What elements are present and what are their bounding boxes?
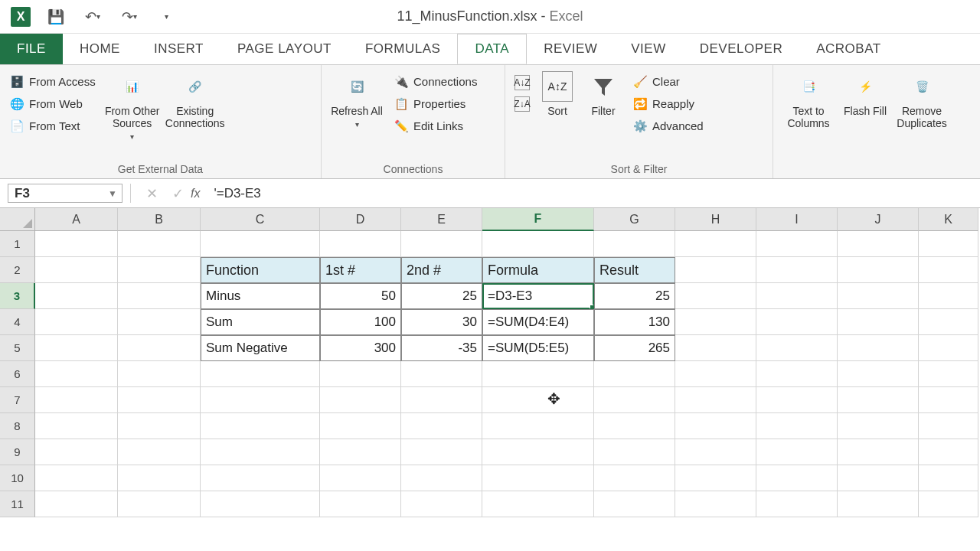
cell-C10[interactable] xyxy=(201,465,320,491)
cell-E8[interactable] xyxy=(401,413,482,439)
tab-developer[interactable]: DEVELOPER xyxy=(683,34,799,64)
cell-E4[interactable]: 30 xyxy=(401,309,482,335)
row-header-6[interactable]: 6 xyxy=(0,361,35,387)
col-header-K[interactable]: K xyxy=(919,208,978,231)
cell-G7[interactable] xyxy=(594,387,675,413)
cell-K7[interactable] xyxy=(919,387,978,413)
cell-D5[interactable]: 300 xyxy=(320,335,401,361)
cell-E5[interactable]: -35 xyxy=(401,335,482,361)
cell-I4[interactable] xyxy=(756,309,838,335)
cell-H10[interactable] xyxy=(675,465,756,491)
cell-K1[interactable] xyxy=(919,231,978,257)
cell-A4[interactable] xyxy=(35,309,118,335)
cell-I6[interactable] xyxy=(756,361,838,387)
col-header-F[interactable]: F xyxy=(482,208,594,231)
cell-G6[interactable] xyxy=(594,361,675,387)
cell-F3[interactable]: =D3-E3 xyxy=(482,283,594,309)
cell-D8[interactable] xyxy=(320,413,401,439)
row-header-2[interactable]: 2 xyxy=(0,257,35,283)
cell-J5[interactable] xyxy=(838,335,919,361)
from-other-sources-button[interactable]: 📊From Other Sources▾ xyxy=(103,68,162,145)
cell-D9[interactable] xyxy=(320,439,401,465)
cell-H11[interactable] xyxy=(675,491,756,517)
cell-J1[interactable] xyxy=(838,231,919,257)
cell-C7[interactable] xyxy=(201,387,320,413)
cancel-formula-button[interactable]: ✕ xyxy=(139,179,165,207)
cell-C3[interactable]: Minus xyxy=(201,283,320,309)
cell-E3[interactable]: 25 xyxy=(401,283,482,309)
col-header-A[interactable]: A xyxy=(35,208,118,231)
row-header-5[interactable]: 5 xyxy=(0,335,35,361)
tab-data[interactable]: DATA xyxy=(457,34,527,64)
cell-I8[interactable] xyxy=(756,413,838,439)
cell-C11[interactable] xyxy=(201,491,320,517)
cell-I11[interactable] xyxy=(756,491,838,517)
cell-B5[interactable] xyxy=(118,335,201,361)
cell-K2[interactable] xyxy=(919,257,978,283)
cell-G11[interactable] xyxy=(594,491,675,517)
cell-A10[interactable] xyxy=(35,465,118,491)
col-header-C[interactable]: C xyxy=(201,208,320,231)
refresh-all-button[interactable]: 🔄Refresh All▾ xyxy=(328,68,386,132)
cell-A3[interactable] xyxy=(35,283,118,309)
tab-home[interactable]: HOME xyxy=(63,34,137,64)
cell-J4[interactable] xyxy=(838,309,919,335)
cell-A1[interactable] xyxy=(35,231,118,257)
cell-A5[interactable] xyxy=(35,335,118,361)
from-access-button[interactable]: 🗄️From Access xyxy=(6,71,99,92)
cell-G5[interactable]: 265 xyxy=(594,335,675,361)
cell-E2[interactable]: 2nd # xyxy=(401,257,482,283)
enter-formula-button[interactable]: ✓ xyxy=(165,179,191,207)
cell-I5[interactable] xyxy=(756,335,838,361)
cell-K5[interactable] xyxy=(919,335,978,361)
cell-D6[interactable] xyxy=(320,361,401,387)
cell-K11[interactable] xyxy=(919,491,978,517)
cell-F9[interactable] xyxy=(482,439,594,465)
cell-K3[interactable] xyxy=(919,283,978,309)
sort-desc-button[interactable]: Z↓A xyxy=(511,94,533,114)
cell-G3[interactable]: 25 xyxy=(594,283,675,309)
row-header-11[interactable]: 11 xyxy=(0,491,35,517)
remove-duplicates-button[interactable]: 🗑️Remove Duplicates xyxy=(893,68,951,132)
cell-F4[interactable]: =SUM(D4:E4) xyxy=(482,309,594,335)
sort-button[interactable]: A↕ZSort xyxy=(537,68,577,120)
undo-button[interactable]: ↶▾ xyxy=(81,5,104,28)
cell-C2[interactable]: Function xyxy=(201,257,320,283)
properties-button[interactable]: 📋Properties xyxy=(390,93,480,114)
row-header-7[interactable]: 7 xyxy=(0,387,35,413)
cell-H3[interactable] xyxy=(675,283,756,309)
cell-J3[interactable] xyxy=(838,283,919,309)
cell-K4[interactable] xyxy=(919,309,978,335)
row-header-8[interactable]: 8 xyxy=(0,413,35,439)
cell-J6[interactable] xyxy=(838,361,919,387)
col-header-B[interactable]: B xyxy=(118,208,201,231)
tab-file[interactable]: FILE xyxy=(0,34,63,64)
cell-A7[interactable] xyxy=(35,387,118,413)
cell-G2[interactable]: Result xyxy=(594,257,675,283)
cell-D1[interactable] xyxy=(320,231,401,257)
cell-B3[interactable] xyxy=(118,283,201,309)
cell-G4[interactable]: 130 xyxy=(594,309,675,335)
cell-F2[interactable]: Formula xyxy=(482,257,594,283)
cell-J2[interactable] xyxy=(838,257,919,283)
tab-view[interactable]: VIEW xyxy=(614,34,682,64)
from-web-button[interactable]: 🌐From Web xyxy=(6,93,99,114)
cell-D7[interactable] xyxy=(320,387,401,413)
cell-J7[interactable] xyxy=(838,387,919,413)
formula-input[interactable] xyxy=(206,179,980,207)
cell-C5[interactable]: Sum Negative xyxy=(201,335,320,361)
col-header-D[interactable]: D xyxy=(320,208,401,231)
cell-H9[interactable] xyxy=(675,439,756,465)
cell-H5[interactable] xyxy=(675,335,756,361)
cell-B8[interactable] xyxy=(118,413,201,439)
cell-B10[interactable] xyxy=(118,465,201,491)
cell-E11[interactable] xyxy=(401,491,482,517)
cell-A8[interactable] xyxy=(35,413,118,439)
name-box[interactable]: F3 ▼ xyxy=(8,184,122,203)
existing-connections-button[interactable]: 🔗Existing Connections xyxy=(166,68,224,132)
cell-I3[interactable] xyxy=(756,283,838,309)
cell-I7[interactable] xyxy=(756,387,838,413)
col-header-H[interactable]: H xyxy=(675,208,756,231)
cell-I9[interactable] xyxy=(756,439,838,465)
cell-A9[interactable] xyxy=(35,439,118,465)
